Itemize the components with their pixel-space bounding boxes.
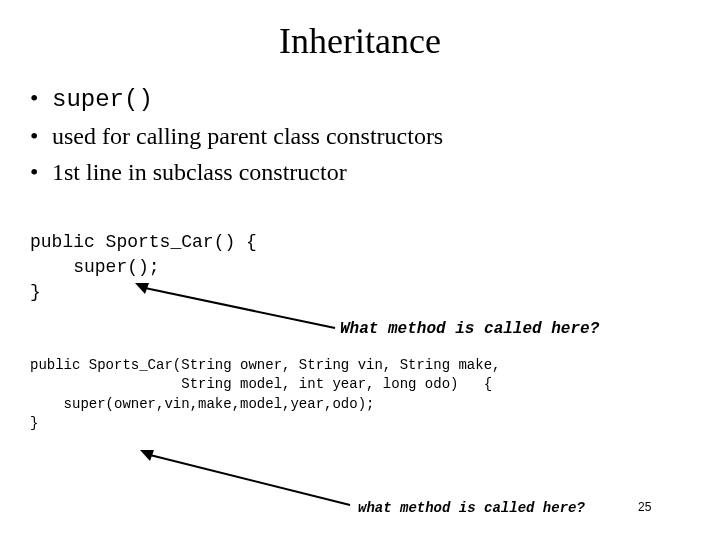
bullet-item: used for calling parent class constructo… (30, 118, 690, 154)
code-block-2: public Sports_Car(String owner, String v… (30, 356, 690, 434)
bullet-text: used for calling parent class constructo… (52, 123, 443, 149)
code-line: String model, int year, long odo) { (30, 376, 492, 392)
code-line: super(owner,vin,make,model,year,odo); (30, 396, 374, 412)
code-line: super(); (30, 257, 160, 277)
code-line: public Sports_Car() { (30, 232, 257, 252)
slide-title: Inheritance (30, 20, 690, 62)
bullet-text: 1st line in subclass constructor (52, 159, 347, 185)
arrow-icon (140, 450, 360, 510)
bullet-list: super() used for calling parent class co… (30, 80, 690, 190)
svg-line-2 (150, 455, 350, 505)
code-line: } (30, 415, 38, 431)
page-number: 25 (638, 500, 651, 514)
bullet-item: super() (30, 80, 690, 118)
annotation-text: What method is called here? (340, 320, 599, 338)
svg-marker-3 (140, 450, 154, 461)
bullet-text: super() (52, 86, 153, 113)
code-block-1: public Sports_Car() { super(); } (30, 230, 690, 306)
code-line: public Sports_Car(String owner, String v… (30, 357, 500, 373)
annotation-text: what method is called here? (358, 500, 585, 516)
code-line: } (30, 282, 41, 302)
bullet-item: 1st line in subclass constructor (30, 154, 690, 190)
